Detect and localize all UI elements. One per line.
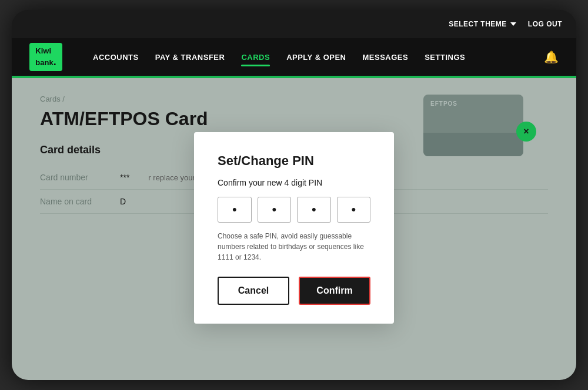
pin-input-group: • • • • bbox=[218, 197, 370, 223]
modal-subtitle: Confirm your new 4 digit PIN bbox=[218, 178, 370, 187]
nav-items: ACCOUNTS PAY & TRANSFER CARDS APPLY & OP… bbox=[93, 53, 523, 62]
modal-actions: Cancel Confirm bbox=[218, 277, 370, 305]
browser-area: Kiwi bank. ACCOUNTS PAY & TRANSFER CARDS… bbox=[12, 38, 576, 380]
page-content: Cards / ATM/EFTPOS Card EFTPOS Kiwi bank… bbox=[12, 76, 576, 380]
modal-title: Set/Change PIN bbox=[218, 153, 370, 169]
navbar: Kiwi bank. ACCOUNTS PAY & TRANSFER CARDS… bbox=[12, 38, 576, 76]
pin-input-2[interactable]: • bbox=[258, 197, 292, 223]
select-theme-button[interactable]: SELECT THEME bbox=[449, 20, 516, 28]
pin-hint: Choose a safe PIN, avoid easily guessabl… bbox=[218, 231, 370, 263]
pin-input-4[interactable]: • bbox=[337, 197, 371, 223]
tablet-frame: SELECT THEME LOG OUT Kiwi bank. ACCOUNT bbox=[12, 10, 576, 380]
kiwibank-logo: Kiwi bank. bbox=[29, 43, 62, 71]
chevron-down-icon bbox=[510, 22, 516, 26]
pin-input-3[interactable]: • bbox=[297, 197, 331, 223]
top-bar: SELECT THEME LOG OUT bbox=[12, 10, 576, 38]
logout-button[interactable]: LOG OUT bbox=[528, 20, 562, 28]
sidebar-item-accounts[interactable]: ACCOUNTS bbox=[93, 53, 139, 62]
pin-modal: Set/Change PIN Confirm your new 4 digit … bbox=[194, 132, 394, 324]
sidebar-item-messages[interactable]: MESSAGES bbox=[363, 53, 409, 62]
confirm-button[interactable]: Confirm bbox=[299, 277, 370, 305]
sidebar-item-settings[interactable]: SETTINGS bbox=[425, 53, 465, 62]
bell-icon[interactable]: 🔔 bbox=[544, 50, 559, 64]
pin-input-1[interactable]: • bbox=[218, 197, 252, 223]
sidebar-item-pay-transfer[interactable]: PAY & TRANSFER bbox=[155, 53, 225, 62]
cancel-button[interactable]: Cancel bbox=[218, 277, 289, 305]
logo-text: Kiwi bank. bbox=[35, 45, 56, 69]
sidebar-item-apply-open[interactable]: APPLY & OPEN bbox=[286, 53, 346, 62]
modal-overlay: Set/Change PIN Confirm your new 4 digit … bbox=[12, 76, 576, 380]
select-theme-label: SELECT THEME bbox=[449, 20, 507, 28]
sidebar-item-cards[interactable]: CARDS bbox=[241, 53, 270, 62]
logo-area: Kiwi bank. bbox=[29, 43, 62, 71]
